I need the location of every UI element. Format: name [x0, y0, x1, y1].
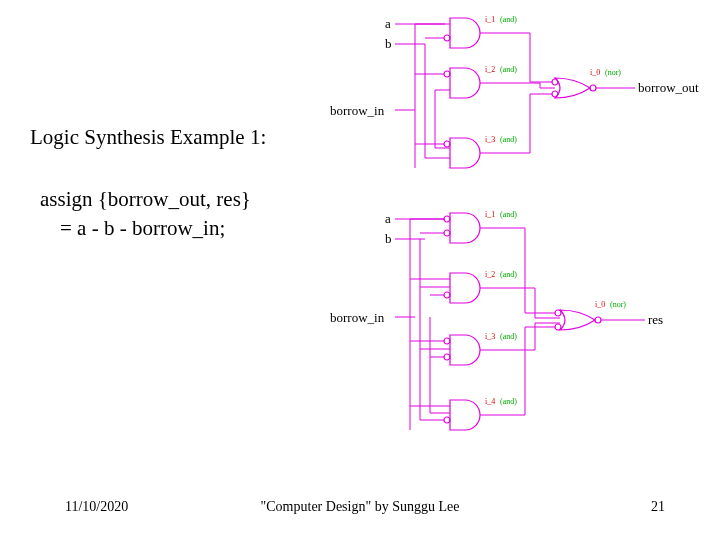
svg-text:(and): (and) [500, 270, 517, 279]
input-borrowin-top: borrow_in [330, 103, 385, 118]
input-b-top: b [385, 36, 392, 51]
svg-text:i_2: i_2 [485, 270, 495, 279]
svg-text:i_2: i_2 [485, 65, 495, 74]
svg-text:(and): (and) [500, 332, 517, 341]
svg-text:i_1: i_1 [485, 210, 495, 219]
nor-gate-icon [555, 78, 596, 98]
footer-date: 11/10/2020 [65, 499, 128, 515]
code-line-2: = a - b - borrow_in; [40, 214, 251, 243]
output-borrowout: borrow_out [638, 80, 699, 95]
svg-text:(nor): (nor) [605, 68, 621, 77]
svg-text:i_4: i_4 [485, 397, 495, 406]
footer-page-number: 21 [651, 499, 665, 515]
slide-title: Logic Synthesis Example 1: [30, 125, 266, 150]
verilog-code: assign {borrow_out, res} = a - b - borro… [40, 185, 251, 244]
circuit-diagram: a b borrow_in i_1 (and) i_2 (and) i_3 (a… [290, 10, 710, 470]
svg-text:i_3: i_3 [485, 135, 495, 144]
output-res: res [648, 312, 663, 327]
footer-attribution: "Computer Design" by Sunggu Lee [261, 499, 460, 515]
input-a-bot: a [385, 211, 391, 226]
gate-type: (and) [500, 15, 517, 24]
and-gate-icon [450, 18, 480, 48]
svg-text:(and): (and) [500, 210, 517, 219]
input-b-bot: b [385, 231, 392, 246]
svg-text:i_3: i_3 [485, 332, 495, 341]
svg-text:i_0: i_0 [590, 68, 600, 77]
input-a-top: a [385, 16, 391, 31]
svg-text:(and): (and) [500, 135, 517, 144]
svg-text:i_0: i_0 [595, 300, 605, 309]
code-line-1: assign {borrow_out, res} [40, 185, 251, 214]
svg-text:(nor): (nor) [610, 300, 626, 309]
gate-label: i_1 [485, 15, 495, 24]
svg-text:(and): (and) [500, 397, 517, 406]
input-borrowin-bot: borrow_in [330, 310, 385, 325]
svg-text:(and): (and) [500, 65, 517, 74]
